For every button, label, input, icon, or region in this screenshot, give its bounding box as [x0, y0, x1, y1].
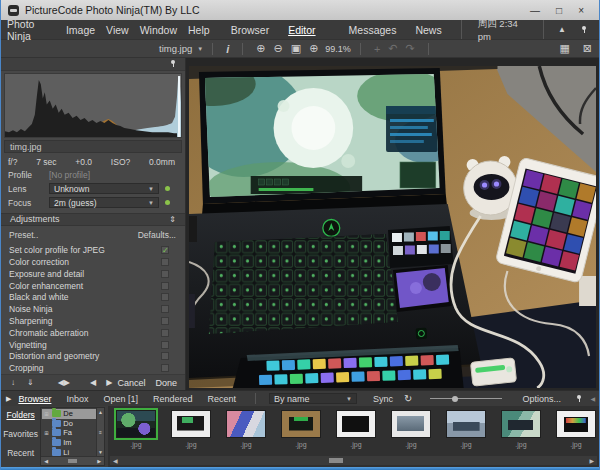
menu-messages[interactable]: Messages: [349, 24, 397, 36]
checkbox[interactable]: [161, 293, 169, 301]
scroll-up-icon[interactable]: ▲: [98, 409, 103, 415]
folder-row[interactable]: ⊞ Fa: [42, 428, 96, 438]
adjustment-row[interactable]: Cropping: [1, 362, 185, 374]
adjustment-row[interactable]: Exposure and detail: [1, 268, 185, 280]
scroll-down-icon[interactable]: ▼: [98, 449, 103, 455]
options-button[interactable]: Options...: [522, 394, 561, 404]
scroll-right-icon[interactable]: ▶: [589, 457, 594, 464]
tab-recent-files[interactable]: Recent: [7, 448, 34, 458]
checkbox[interactable]: [161, 364, 169, 372]
menu-view[interactable]: View: [106, 24, 129, 36]
thumbnail[interactable]: .jpg: [170, 410, 212, 455]
maximize-button[interactable]: □: [556, 5, 562, 16]
tab-folders[interactable]: Folders: [6, 410, 34, 420]
zoom-actual-icon[interactable]: ⊕: [309, 42, 318, 55]
zoom-fit-icon[interactable]: ▣: [291, 42, 301, 55]
folder-row[interactable]: Im: [42, 438, 96, 448]
tab-rendered[interactable]: Rendered: [153, 394, 193, 404]
adjustments-header[interactable]: Adjustments ⇕: [1, 213, 185, 227]
compare-icon[interactable]: ◀▶: [58, 378, 70, 387]
folder-row[interactable]: ⊞ De: [42, 409, 96, 419]
next-image-icon[interactable]: ▶: [106, 378, 112, 387]
checkbox[interactable]: [161, 341, 169, 349]
checkbox[interactable]: [161, 352, 169, 360]
collapse-icon[interactable]: ◀: [590, 395, 595, 402]
checkbox[interactable]: [161, 282, 169, 290]
undo-icon[interactable]: ↶: [388, 42, 397, 55]
checkbox[interactable]: [161, 258, 169, 266]
adjustment-row[interactable]: Distortion and geometry: [1, 351, 185, 363]
preset-button[interactable]: Preset..: [9, 230, 38, 240]
sort-dropdown[interactable]: By name ▼: [269, 393, 357, 404]
thumbnail-image[interactable]: [281, 410, 321, 438]
adjustment-row[interactable]: Vignetting: [1, 339, 185, 351]
redo-icon[interactable]: ↷: [406, 42, 415, 55]
checkbox[interactable]: [161, 329, 169, 337]
done-button[interactable]: Done: [155, 378, 177, 388]
tab-recent[interactable]: Recent: [208, 394, 237, 404]
adjustment-row[interactable]: Noise Ninja: [1, 303, 185, 315]
close-view-icon[interactable]: ⊠: [583, 42, 592, 55]
thumbnail[interactable]: .jpg: [390, 410, 432, 455]
zoom-out-icon[interactable]: ⊖: [274, 42, 283, 55]
export-icon[interactable]: ⇓: [27, 378, 34, 387]
scroll-left-icon[interactable]: ◀: [113, 457, 118, 464]
sync-icon[interactable]: ↻: [404, 393, 412, 404]
tab-browser[interactable]: Browser: [18, 394, 51, 404]
checkbox[interactable]: [161, 317, 169, 325]
thumbnail-image[interactable]: [446, 410, 486, 438]
expander-icon[interactable]: ⊞: [44, 411, 50, 417]
thumbnail-image[interactable]: [501, 410, 541, 438]
prev-image-icon[interactable]: ◀: [90, 378, 96, 387]
tab-favorites[interactable]: Favorites: [3, 429, 38, 439]
adjustment-row[interactable]: Color correction: [1, 256, 185, 268]
checkbox[interactable]: ✓: [161, 246, 169, 254]
slider-thumb[interactable]: [452, 396, 458, 402]
file-selector[interactable]: timg.jpg ▼: [159, 43, 203, 54]
thumbnail[interactable]: .jpg: [445, 410, 487, 455]
lens-dropdown[interactable]: Unknown ▼: [49, 183, 159, 194]
thumbnail-image[interactable]: [116, 410, 156, 438]
thumbnail[interactable]: .jpg: [280, 410, 322, 455]
tab-inbox[interactable]: Inbox: [66, 394, 88, 404]
thumbnail[interactable]: .jpg: [555, 410, 597, 455]
pin-icon[interactable]: [581, 26, 587, 34]
scroll-thumb[interactable]: [68, 459, 77, 463]
grid-view-icon[interactable]: ▦: [559, 42, 569, 55]
pin-icon[interactable]: [576, 395, 582, 403]
collapse-panel-icon[interactable]: ▲: [558, 25, 566, 34]
folder-row[interactable]: Li: [42, 447, 96, 456]
menu-news[interactable]: News: [415, 24, 441, 36]
menu-photo-ninja[interactable]: Photo Ninja: [7, 18, 55, 42]
expand-icon[interactable]: ▶: [6, 395, 11, 403]
adjustment-row[interactable]: Set color profile for JPEG✓: [1, 244, 185, 256]
thumbnail-image[interactable]: [226, 410, 266, 438]
adjustment-row[interactable]: Color enhancement: [1, 280, 185, 292]
view-browser[interactable]: Browser: [231, 24, 270, 36]
view-editor[interactable]: Editor: [288, 24, 315, 36]
pin-icon[interactable]: [170, 60, 176, 68]
thumbnail-image[interactable]: [556, 410, 596, 438]
menu-image[interactable]: Image: [66, 24, 95, 36]
tab-open[interactable]: Open [1]: [103, 394, 138, 404]
scroll-right-icon[interactable]: ▶: [97, 458, 101, 464]
focus-dropdown[interactable]: 2m (guess) ▼: [49, 197, 159, 208]
thumbnail[interactable]: .jpg: [500, 410, 542, 455]
adjustment-row[interactable]: Chromatic aberration: [1, 327, 185, 339]
adjustment-row[interactable]: Sharpening: [1, 315, 185, 327]
info-icon[interactable]: i: [226, 43, 229, 55]
thumbnail-image[interactable]: [391, 410, 431, 438]
menu-window[interactable]: Window: [140, 24, 177, 36]
thumbnail-image[interactable]: [336, 410, 376, 438]
minimize-button[interactable]: —: [530, 5, 540, 16]
scroll-thumb[interactable]: [329, 458, 343, 463]
folder-row[interactable]: Do: [42, 419, 96, 429]
zoom-in-icon[interactable]: ⊕: [256, 42, 265, 55]
thumbnail[interactable]: .jpg: [115, 410, 157, 455]
scroll-left-icon[interactable]: ◀: [44, 458, 48, 464]
adjustment-row[interactable]: Black and white: [1, 292, 185, 304]
move-tool-icon[interactable]: +: [374, 43, 380, 55]
download-icon[interactable]: ↓: [11, 378, 15, 387]
cancel-button[interactable]: Cancel: [117, 378, 145, 388]
scroll-handle-icon[interactable]: ≡: [99, 429, 102, 435]
